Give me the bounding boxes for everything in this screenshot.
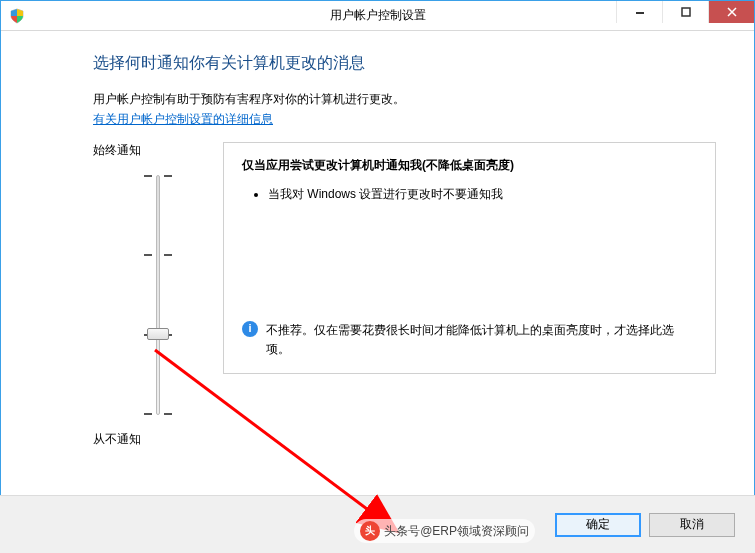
content-area: 选择何时通知你有关计算机更改的消息 用户帐户控制有助于预防有害程序对你的计算机进… <box>1 31 754 464</box>
slider-label-top: 始终通知 <box>93 142 223 159</box>
titlebar: 用户帐户控制设置 <box>1 1 754 31</box>
maximize-button[interactable] <box>662 1 708 23</box>
detail-note: i 不推荐。仅在需要花费很长时间才能降低计算机上的桌面亮度时，才选择此选项。 <box>242 321 697 359</box>
svg-rect-1 <box>682 8 690 16</box>
info-icon: i <box>242 321 258 337</box>
page-heading: 选择何时通知你有关计算机更改的消息 <box>93 53 716 74</box>
shield-icon <box>9 8 25 24</box>
detail-title: 仅当应用尝试更改计算机时通知我(不降低桌面亮度) <box>242 157 697 174</box>
close-button[interactable] <box>708 1 754 23</box>
minimize-button[interactable] <box>616 1 662 23</box>
body-row: 始终通知 从不通知 仅当应用尝试更改计算机时通知我(不降低桌面亮度) 当我对 W… <box>93 142 716 448</box>
slider-thumb[interactable] <box>147 328 169 340</box>
slider-label-bottom: 从不通知 <box>93 431 223 448</box>
ok-button[interactable]: 确定 <box>555 513 641 537</box>
uac-window: 用户帐户控制设置 选择何时通知你有关计算机更改的消息 用户帐户控制有助于预防有害… <box>0 0 755 553</box>
detail-bullet: 当我对 Windows 设置进行更改时不要通知我 <box>268 184 697 206</box>
slider-column: 始终通知 从不通知 <box>93 142 223 448</box>
detail-column: 仅当应用尝试更改计算机时通知我(不降低桌面亮度) 当我对 Windows 设置进… <box>223 142 716 448</box>
detail-box: 仅当应用尝试更改计算机时通知我(不降低桌面亮度) 当我对 Windows 设置进… <box>223 142 716 374</box>
detail-bullets: 当我对 Windows 设置进行更改时不要通知我 <box>242 184 697 206</box>
notification-slider[interactable] <box>93 175 223 415</box>
watermark-badge: 头 头条号@ERP领域资深顾问 <box>354 519 535 543</box>
detail-note-text: 不推荐。仅在需要花费很长时间才能降低计算机上的桌面亮度时，才选择此选项。 <box>266 321 697 359</box>
svg-rect-0 <box>636 12 644 14</box>
toutiao-logo-icon: 头 <box>360 521 380 541</box>
window-controls <box>616 1 754 30</box>
cancel-button[interactable]: 取消 <box>649 513 735 537</box>
intro-text: 用户帐户控制有助于预防有害程序对你的计算机进行更改。 <box>93 90 716 109</box>
watermark-text: 头条号@ERP领域资深顾问 <box>384 523 529 540</box>
slider-track <box>156 175 160 415</box>
help-link[interactable]: 有关用户帐户控制设置的详细信息 <box>93 111 273 128</box>
